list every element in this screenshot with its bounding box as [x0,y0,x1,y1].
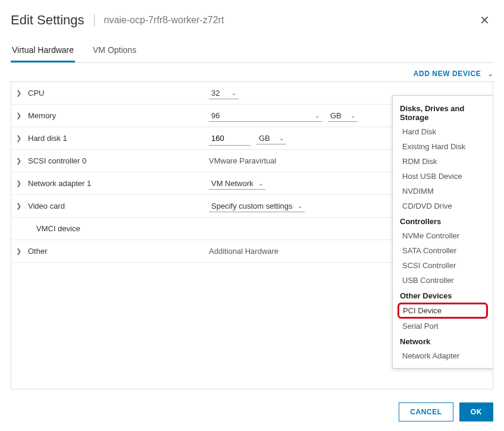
row-label: SCSI controller 0 [24,156,209,165]
row-label: Network adapter 1 [24,179,209,188]
chevron-down-icon: ⌄ [231,90,236,96]
menu-item-hard-disk[interactable]: Hard Disk [393,124,493,139]
dialog-title: Edit Settings [11,12,84,28]
add-new-device-menu: Disks, Drives and Storage Hard Disk Exis… [392,95,493,369]
add-device-row: ADD NEW DEVICE ⌄ [11,69,493,78]
dialog-header: Edit Settings nvaie-ocp-7rfr8-worker-z72… [11,11,493,30]
edit-settings-dialog: Edit Settings nvaie-ocp-7rfr8-worker-z72… [0,0,504,431]
hard-disk-unit: GB [259,134,270,143]
video-value: Specify custom settings [211,202,293,210]
menu-item-nvme-controller[interactable]: NVMe Controller [393,228,493,243]
chevron-right-icon[interactable]: ❯ [16,112,24,119]
menu-item-network-adapter[interactable]: Network Adapter [393,348,493,363]
header-separator [94,14,95,27]
row-label: Other [24,247,209,256]
menu-item-sata-controller[interactable]: SATA Controller [393,243,493,258]
menu-item-rdm-disk[interactable]: RDM Disk [393,154,493,169]
tabs: Virtual Hardware VM Options [11,40,493,63]
chevron-down-icon: ⌄ [258,180,263,187]
chevron-down-icon: ⌄ [279,135,284,141]
network-value: VM Network [211,179,253,188]
menu-section-controllers: Controllers [393,213,493,228]
menu-section-network: Network [393,334,493,348]
cancel-button[interactable]: CANCEL [399,402,453,421]
chevron-down-icon: ⌄ [350,112,355,119]
add-new-device-button[interactable]: ADD NEW DEVICE ⌄ [414,70,493,78]
scsi-value: VMware Paravirtual [209,156,276,165]
chevron-right-icon[interactable]: ❯ [16,180,24,187]
other-value: Additional Hardware [209,247,278,256]
hardware-table: ❯ CPU 32 ⌄ ❯ Memory 96 ⌄ GB ⌄ [11,81,493,389]
row-label: Memory [24,111,209,120]
row-label: VMCI device [24,224,209,233]
tab-vm-options[interactable]: VM Options [92,40,137,62]
tab-virtual-hardware[interactable]: Virtual Hardware [11,40,75,62]
chevron-right-icon[interactable]: ❯ [16,247,24,255]
chevron-right-icon[interactable]: ❯ [16,89,24,97]
row-label: CPU [24,89,209,97]
menu-item-cd-dvd-drive[interactable]: CD/DVD Drive [393,199,493,213]
ok-button[interactable]: OK [459,402,493,421]
chevron-down-icon: ⌄ [315,112,320,119]
menu-section-disks: Disks, Drives and Storage [393,100,493,124]
menu-item-usb-controller[interactable]: USB Controller [393,273,493,288]
add-new-device-label: ADD NEW DEVICE [414,70,481,78]
memory-unit-select[interactable]: GB ⌄ [328,110,358,122]
menu-item-existing-hard-disk[interactable]: Existing Hard Disk [393,139,493,154]
row-label: Hard disk 1 [24,134,209,143]
row-label: Video card [24,202,209,210]
hard-disk-unit-select[interactable]: GB ⌄ [256,133,286,144]
video-select[interactable]: Specify custom settings ⌄ [209,200,305,212]
chevron-down-icon: ⌄ [298,203,302,209]
memory-value-select[interactable]: 96 ⌄ [209,110,322,122]
menu-item-pci-device[interactable]: PCI Device [397,303,488,319]
close-icon[interactable]: ✕ [476,11,493,30]
network-select[interactable]: VM Network ⌄ [209,178,265,190]
menu-item-host-usb-device[interactable]: Host USB Device [393,169,493,184]
menu-item-nvdimm[interactable]: NVDIMM [393,184,493,199]
chevron-right-icon[interactable]: ❯ [16,157,24,165]
chevron-right-icon[interactable]: ❯ [16,134,24,142]
menu-item-scsi-controller[interactable]: SCSI Controller [393,258,493,273]
chevron-right-icon[interactable]: ❯ [16,202,24,210]
chevron-down-icon: ⌄ [488,71,493,77]
hard-disk-size-input[interactable] [209,131,251,146]
dialog-footer: CANCEL OK [11,397,493,431]
cpu-select[interactable]: 32 ⌄ [209,87,239,99]
menu-item-serial-port[interactable]: Serial Port [393,319,493,334]
cpu-value: 32 [211,89,220,97]
menu-section-other-devices: Other Devices [393,288,493,303]
memory-value: 96 [211,111,220,120]
vm-name: nvaie-ocp-7rfr8-worker-z72rt [104,15,224,26]
memory-unit: GB [330,111,342,120]
